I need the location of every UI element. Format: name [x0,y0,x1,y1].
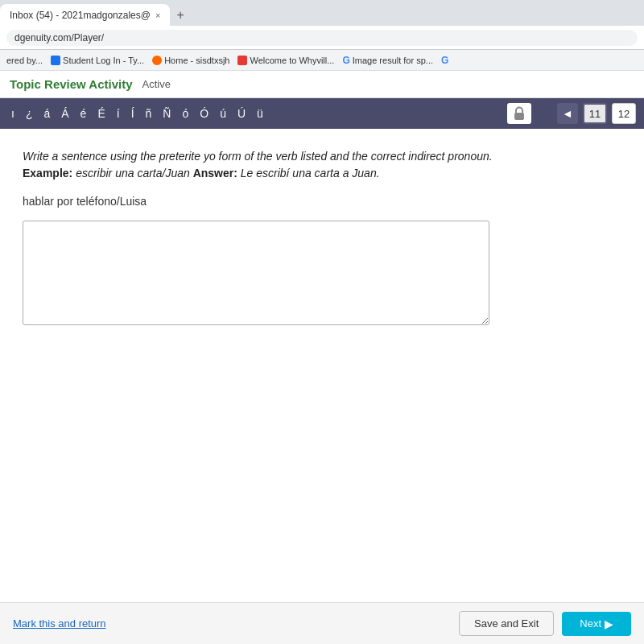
footer: Mark this and return Save and Exit Next … [0,602,644,644]
bookmark-favicon-g: G [342,55,349,66]
example-text: escribir una carta/Juan [72,167,192,180]
next-button[interactable]: Next ▶ [562,612,631,636]
bookmark-label: Home - sisdtxsjh [164,56,229,65]
bookmarks-bar: ered by... Student Log In - Ty... Home -… [0,50,644,71]
char-n-tilde[interactable]: ñ [142,106,155,121]
bookmark-ered[interactable]: ered by... [6,56,43,65]
tab-bar: Inbox (54) - 2021madgonzales@ × + [0,0,644,26]
char-O-acute[interactable]: Ó [196,106,212,121]
answer-text: Le escribí una carta a Juan. [237,167,380,180]
example-label: Example: [23,167,72,180]
char-inverted-question[interactable]: ¿ [23,106,36,121]
char-E-acute[interactable]: É [94,106,108,121]
bookmark-label: ered by... [6,56,43,65]
char-o-acute[interactable]: ó [179,106,192,121]
char-a-acute[interactable]: á [40,106,53,121]
bookmark-favicon-g2: G [441,55,448,66]
toolbar: ı ¿ á Á é É í Í ñ Ñ ó Ó ú Ú ü ◄ 11 12 [0,98,644,129]
tab-close-button[interactable]: × [155,10,160,20]
lock-icon-button[interactable] [507,103,531,124]
page-11-button[interactable]: 11 [583,103,607,124]
browser-chrome: Inbox (54) - 2021madgonzales@ × + dgenui… [0,0,644,71]
activity-status: Active [142,78,171,90]
char-u-umlaut[interactable]: ü [254,106,266,121]
app-container: Topic Review Activity Active ı ¿ á Á é É… [0,71,644,644]
save-exit-button[interactable]: Save and Exit [459,611,554,636]
bookmark-label: Image result for sp... [353,56,433,65]
activity-header: Topic Review Activity Active [0,71,644,98]
answer-label: Answer: [193,167,237,180]
tab-label: Inbox (54) - 2021madgonzales@ [10,10,151,21]
char-A-acute[interactable]: Á [58,106,72,121]
bookmark-label: Welcome to Whyvill... [250,56,334,65]
page-12-button[interactable]: 12 [612,103,636,124]
bookmark-favicon-red [237,56,247,65]
bookmark-home[interactable]: Home - sisdtxsjh [152,56,229,65]
bookmark-label: Student Log In - Ty... [63,56,144,65]
prompt-text: hablar por teléfono/Luisa [23,195,621,208]
address-bar[interactable]: dgenuity.com/Player/ [6,30,638,46]
char-e-acute[interactable]: é [77,106,90,121]
char-I-acute[interactable]: Í [128,106,138,121]
instruction-text: Write a sentence using the preterite yo … [23,148,621,182]
char-N-tilde[interactable]: Ñ [159,106,174,121]
activity-title: Topic Review Activity [10,77,133,91]
prev-arrow-icon: ◄ [562,107,573,120]
char-i-dotless[interactable]: ı [8,106,18,121]
lock-icon [513,106,526,121]
mark-return-link[interactable]: Mark this and return [13,617,106,630]
next-arrow-icon: ▶ [605,617,613,630]
prev-page-button[interactable]: ◄ [557,103,578,124]
bookmark-g[interactable]: G [441,55,448,66]
char-i-acute[interactable]: í [114,106,123,121]
char-u-acute[interactable]: ú [217,106,229,121]
bookmark-student[interactable]: Student Log In - Ty... [51,56,144,65]
bookmark-favicon-orange [152,56,162,65]
active-tab[interactable]: Inbox (54) - 2021madgonzales@ × [0,4,170,27]
bookmark-welcome[interactable]: Welcome to Whyvill... [237,56,334,65]
next-label: Next [580,617,601,630]
answer-textarea[interactable] [23,221,489,325]
svg-rect-0 [514,113,524,120]
bookmark-favicon-blue [51,56,60,65]
char-U-acute[interactable]: Ú [234,106,249,121]
new-tab-button[interactable]: + [170,8,190,23]
content-area: Write a sentence using the preterite yo … [0,129,644,602]
bookmark-image[interactable]: G Image result for sp... [342,55,433,66]
address-bar-row: dgenuity.com/Player/ [0,26,644,50]
footer-right: Save and Exit Next ▶ [459,611,631,636]
